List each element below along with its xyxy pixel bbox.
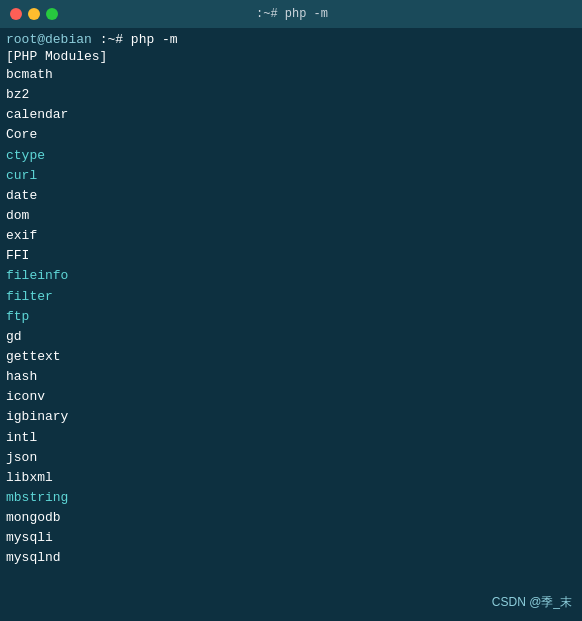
- title-bar-controls: [10, 8, 58, 20]
- terminal-content: root@debian :~# php -m [PHP Modules] bcm…: [0, 28, 582, 621]
- list-item: intl: [6, 428, 576, 448]
- list-item: hash: [6, 367, 576, 387]
- close-button[interactable]: [10, 8, 22, 20]
- list-item: exif: [6, 226, 576, 246]
- list-item: calendar: [6, 105, 576, 125]
- command: :~# php -m: [100, 32, 178, 47]
- list-item: ctype: [6, 146, 576, 166]
- list-item: date: [6, 186, 576, 206]
- prompt: root@debian: [6, 32, 92, 47]
- list-item: bcmath: [6, 65, 576, 85]
- list-item: mysqlnd: [6, 548, 576, 568]
- terminal-window: :~# php -m root@debian :~# php -m [PHP M…: [0, 0, 582, 621]
- list-item: gd: [6, 327, 576, 347]
- list-item: igbinary: [6, 407, 576, 427]
- title-bar: :~# php -m: [0, 0, 582, 28]
- list-item: ftp: [6, 307, 576, 327]
- list-item: filter: [6, 287, 576, 307]
- list-item: FFI: [6, 246, 576, 266]
- list-item: fileinfo: [6, 266, 576, 286]
- list-item: json: [6, 448, 576, 468]
- minimize-button[interactable]: [28, 8, 40, 20]
- list-item: iconv: [6, 387, 576, 407]
- maximize-button[interactable]: [46, 8, 58, 20]
- list-item: dom: [6, 206, 576, 226]
- list-item: bz2: [6, 85, 576, 105]
- list-item: curl: [6, 166, 576, 186]
- list-item: mbstring: [6, 488, 576, 508]
- module-list: [PHP Modules] bcmath bz2 calendar Core c…: [6, 49, 576, 569]
- list-item: mongodb: [6, 508, 576, 528]
- list-item: Core: [6, 125, 576, 145]
- list-item: mysqli: [6, 528, 576, 548]
- title-bar-title: :~# php -m: [58, 7, 526, 21]
- module-header: [PHP Modules]: [6, 49, 576, 64]
- list-item: libxml: [6, 468, 576, 488]
- command-line: root@debian :~# php -m: [6, 32, 576, 47]
- list-item: gettext: [6, 347, 576, 367]
- watermark: CSDN @季_末: [492, 594, 572, 611]
